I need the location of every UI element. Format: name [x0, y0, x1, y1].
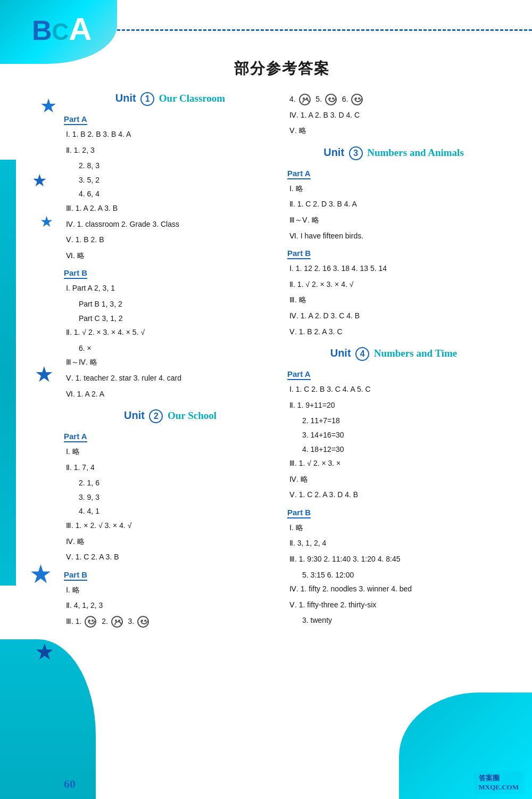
- unit3-title: Unit 3 Numbers and Animals: [287, 146, 500, 160]
- unit2-parta-iii: Ⅲ. 1. × 2. √ 3. × 4. √: [66, 518, 277, 533]
- unit1-block: Unit 1 Our Classroom Part A Ⅰ. 1. B 2. B…: [64, 92, 277, 401]
- unit1-parta-ii: Ⅱ. 1. 2, 3: [66, 143, 277, 158]
- unit3-partb-i: Ⅰ. 1. 12 2. 16 3. 18 4. 13 5. 14: [289, 261, 500, 276]
- unit4-parta-ii-2: 2. 11+7=18: [302, 414, 500, 428]
- unit4-partb-v-3: 3. twenty: [302, 613, 500, 628]
- unit2-number-circle: 2: [149, 409, 163, 423]
- unit3-number-circle: 3: [349, 146, 363, 160]
- unit2-partb-i: Ⅰ. 略: [66, 583, 277, 597]
- smiley-happy-1: [85, 616, 96, 628]
- smiley-sad-2: [299, 94, 311, 105]
- unit4-partb-v: Ⅴ. 1. fifty-three 2. thirty-six: [289, 598, 500, 612]
- unit4-block: Unit 4 Numbers and Time Part A Ⅰ. 1. C 2…: [287, 347, 500, 628]
- unit3-partb-ii: Ⅱ. 1. √ 2. × 3. × 4. √: [289, 277, 500, 292]
- unit2-cont-v: Ⅴ. 略: [289, 123, 500, 138]
- unit3-partb: Part B Ⅰ. 1. 12 2. 16 3. 18 4. 13 5. 14 …: [287, 244, 500, 339]
- unit2-cont-iv: Ⅳ. 1. A 2. B 3. D 4. C: [289, 108, 500, 122]
- unit2-parta: Part A Ⅰ. 略 Ⅱ. 1. 7, 4 2. 1, 6 3. 9, 3 4…: [64, 427, 277, 564]
- unit1-partb: Part B Ⅰ. Part A 2, 3, 1 Part B 1, 3, 2 …: [64, 264, 277, 401]
- smiley-happy-4: [351, 94, 363, 105]
- right-column: 4. 5. 6. Ⅳ. 1. A 2. B 3. D 4. C Ⅴ. 略 Uni…: [287, 92, 500, 637]
- unit2-parta-i: Ⅰ. 略: [66, 444, 277, 459]
- unit1-parta-vi: Ⅵ. 略: [66, 249, 277, 263]
- unit2-partb: Part B Ⅰ. 略 Ⅱ. 4, 1, 2, 3 Ⅲ. 1. 2. 3.: [64, 566, 277, 629]
- unit3-parta-iii-v: Ⅲ～Ⅴ. 略: [289, 213, 500, 227]
- watermark-line1: 答案圈: [479, 773, 519, 783]
- unit1-partb-iii-iv: Ⅲ～Ⅳ. 略: [66, 355, 277, 369]
- unit1-partb-ii: Ⅱ. 1. √ 2. × 3. × 4. × 5. √: [66, 325, 277, 340]
- unit2-block: Unit 2 Our School Part A Ⅰ. 略 Ⅱ. 1. 7, 4…: [64, 409, 277, 629]
- unit3-parta-i: Ⅰ. 略: [289, 182, 500, 196]
- unit3-partb-iii: Ⅲ. 略: [289, 293, 500, 307]
- unit4-partb: Part B Ⅰ. 略 Ⅱ. 3, 1, 2, 4 Ⅲ. 1. 9:30 2. …: [287, 504, 500, 628]
- smiley-happy-3: [325, 94, 337, 105]
- unit2-parta-label: Part A: [64, 432, 87, 442]
- unit2-partb-ii: Ⅱ. 4, 1, 2, 3: [66, 598, 277, 613]
- unit4-partb-iv: Ⅳ. 1. fifty 2. noodles 3. winner 4. bed: [289, 582, 500, 596]
- unit3-partb-v: Ⅴ. 1. B 2. A 3. C: [289, 325, 500, 339]
- unit2-partb-iii-cont: 4. 5. 6.: [289, 92, 500, 106]
- smiley-sad-1: [111, 616, 123, 628]
- unit4-parta-iii: Ⅲ. 1. √ 2. × 3. ×: [289, 456, 500, 471]
- unit1-parta: Part A Ⅰ. 1. B 2. B 3. B 4. A Ⅱ. 1. 2, 3…: [64, 110, 277, 262]
- unit1-partb-label: Part B: [64, 268, 87, 279]
- unit4-number-circle: 4: [355, 347, 369, 361]
- unit1-partb-i-b: Part B 1, 3, 2: [79, 297, 277, 311]
- unit4-parta-ii: Ⅱ. 1. 9+11=20: [289, 398, 500, 413]
- unit1-partb-i-c: Part C 3, 1, 2: [79, 311, 277, 326]
- unit3-parta-label: Part A: [287, 169, 311, 179]
- smiley-happy-2: [137, 616, 149, 628]
- unit4-parta-iv: Ⅳ. 略: [289, 472, 500, 487]
- unit1-partb-vi: Ⅵ. 1. A 2. A: [66, 387, 277, 401]
- unit2-subtitle: Our School: [168, 410, 217, 421]
- unit4-subtitle: Numbers and Time: [374, 348, 458, 359]
- unit4-parta: Part A Ⅰ. 1. C 2. B 3. C 4. A 5. C Ⅱ. 1.…: [287, 365, 500, 502]
- page-number: 60: [64, 777, 76, 791]
- unit2-partb-iii: Ⅲ. 1. 2. 3.: [66, 614, 277, 629]
- unit1-partb-v: Ⅴ. 1. teacher 2. star 3. ruler 4. card: [66, 371, 277, 385]
- unit3-block: Unit 3 Numbers and Animals Part A Ⅰ. 略 Ⅱ…: [287, 146, 500, 339]
- unit1-subtitle: Our Classroom: [159, 93, 225, 104]
- unit3-parta-ii: Ⅱ. 1. C 2. D 3. B 4. A: [289, 197, 500, 211]
- unit4-parta-v: Ⅴ. 1. C 2. A 3. D 4. B: [289, 488, 500, 502]
- unit3-partb-label: Part B: [287, 249, 311, 259]
- unit1-parta-ii-2: 2. 8, 3: [79, 159, 277, 173]
- unit1-parta-iv: Ⅳ. 1. classroom 2. Grade 3. Class: [66, 217, 277, 232]
- unit4-partb-label: Part B: [287, 508, 311, 518]
- unit4-parta-label: Part A: [287, 369, 311, 380]
- unit1-parta-i: Ⅰ. 1. B 2. B 3. B 4. A: [66, 127, 277, 142]
- unit4-parta-ii-4: 4. 18+12=30: [302, 442, 500, 457]
- unit3-parta-vi: Ⅵ. I have fifteen birds.: [289, 229, 500, 243]
- unit2-title: Unit 2 Our School: [64, 409, 277, 423]
- unit1-parta-label: Part A: [64, 114, 87, 125]
- unit3-subtitle: Numbers and Animals: [367, 147, 464, 158]
- unit2-parta-ii-4: 4. 4, 1: [79, 504, 277, 518]
- unit4-title: Unit 4 Numbers and Time: [287, 347, 500, 361]
- unit1-parta-iii: Ⅲ. 1. A 2. A 3. B: [66, 201, 277, 216]
- unit1-parta-ii-3: 3. 5, 2: [79, 173, 277, 187]
- left-column: Unit 1 Our Classroom Part A Ⅰ. 1. B 2. B…: [64, 92, 277, 637]
- unit2-parta-ii-2: 2. 1, 6: [79, 476, 277, 490]
- unit4-parta-ii-3: 3. 14+16=30: [302, 428, 500, 442]
- unit2-parta-ii: Ⅱ. 1. 7, 4: [66, 460, 277, 475]
- unit4-partb-i: Ⅰ. 略: [289, 521, 500, 535]
- unit1-partb-i-a: Ⅰ. Part A 2, 3, 1: [66, 281, 277, 295]
- unit1-number-circle: 1: [140, 92, 154, 106]
- page-title: 部分参考答案: [64, 59, 500, 79]
- unit1-title: Unit 1 Our Classroom: [64, 92, 277, 106]
- unit2-continued-block: 4. 5. 6. Ⅳ. 1. A 2. B 3. D 4. C Ⅴ. 略: [287, 92, 500, 138]
- unit2-parta-v: Ⅴ. 1. C 2. A 3. B: [66, 550, 277, 564]
- unit4-partb-ii: Ⅱ. 3, 1, 2, 4: [289, 536, 500, 550]
- unit1-parta-ii-4: 4. 6, 4: [79, 187, 277, 201]
- watermark: 答案圈 MXQE.COM: [473, 771, 524, 794]
- unit3-parta: Part A Ⅰ. 略 Ⅱ. 1. C 2. D 3. B 4. A Ⅲ～Ⅴ. …: [287, 164, 500, 243]
- unit4-partb-iii-cont: 5. 3:15 6. 12:00: [302, 568, 500, 582]
- unit3-partb-iv: Ⅳ. 1. A 2. D 3. C 4. B: [289, 309, 500, 323]
- unit4-partb-iii: Ⅲ. 1. 9:30 2. 11:40 3. 1:20 4. 8:45: [289, 552, 500, 566]
- main-content: 部分参考答案 Unit 1 Our Classroom Part A Ⅰ. 1.…: [0, 0, 532, 669]
- two-column-layout: Unit 1 Our Classroom Part A Ⅰ. 1. B 2. B…: [64, 92, 500, 637]
- unit2-partb-label: Part B: [64, 570, 87, 581]
- unit1-partb-ii-6: 6. ×: [79, 341, 277, 356]
- unit2-parta-ii-3: 3. 9, 3: [79, 490, 277, 505]
- unit4-parta-i: Ⅰ. 1. C 2. B 3. C 4. A 5. C: [289, 382, 500, 397]
